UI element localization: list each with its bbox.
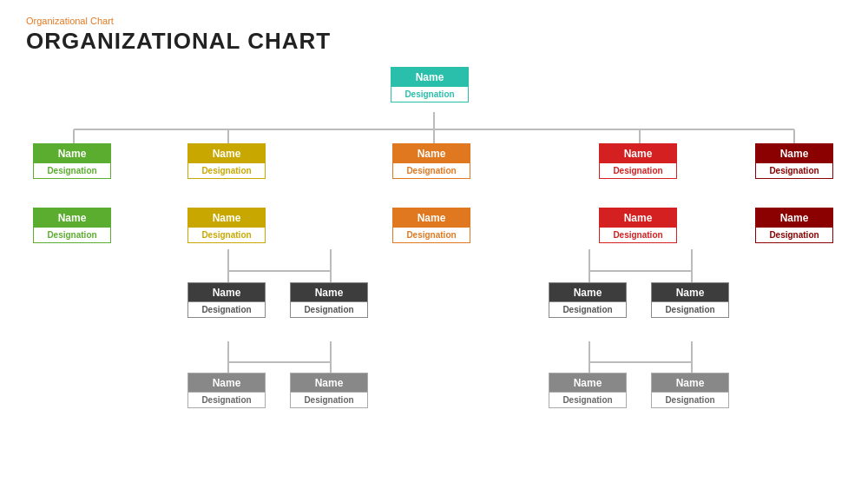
- root-node: Name Designation: [391, 67, 469, 102]
- l1-0-desig: Designation: [34, 162, 110, 178]
- l2-node-2: Name Designation: [392, 208, 470, 243]
- l3-0-name: Name: [188, 283, 265, 301]
- l3-node-1: Name Designation: [290, 282, 368, 318]
- l2-node-0: Name Designation: [33, 208, 111, 243]
- l4-2-name: Name: [549, 373, 626, 392]
- l1-node-4: Name Designation: [755, 143, 833, 179]
- l2-node-3: Name Designation: [599, 208, 677, 243]
- l2-2-name: Name: [393, 208, 470, 227]
- l4-node-2: Name Designation: [549, 373, 627, 408]
- l4-node-0: Name Designation: [187, 373, 266, 408]
- l1-1-desig: Designation: [188, 162, 265, 178]
- l3-0-desig: Designation: [188, 301, 265, 317]
- l1-4-desig: Designation: [756, 162, 832, 178]
- l3-node-2: Name Designation: [549, 282, 627, 318]
- l1-node-2: Name Designation: [392, 143, 470, 179]
- l1-1-name: Name: [188, 144, 265, 162]
- l3-node-3: Name Designation: [651, 282, 729, 318]
- l3-2-desig: Designation: [549, 301, 626, 317]
- l1-4-name: Name: [756, 144, 832, 162]
- l2-3-name: Name: [600, 208, 676, 227]
- l2-0-desig: Designation: [34, 227, 110, 242]
- l2-1-desig: Designation: [188, 227, 265, 242]
- l2-3-desig: Designation: [600, 227, 676, 242]
- l3-1-name: Name: [291, 283, 367, 301]
- root-name: Name: [391, 68, 468, 86]
- l2-node-1: Name Designation: [187, 208, 266, 243]
- l1-node-0: Name Designation: [33, 143, 111, 179]
- root-card: Name Designation: [391, 67, 469, 102]
- l4-node-1: Name Designation: [290, 373, 368, 408]
- l3-2-name: Name: [549, 283, 626, 301]
- l4-1-name: Name: [291, 373, 367, 392]
- l4-0-desig: Designation: [188, 392, 265, 407]
- subtitle: Organizational Chart: [26, 16, 842, 26]
- page: Organizational Chart ORGANIZATIONAL CHAR…: [0, 0, 868, 489]
- root-desig: Designation: [391, 86, 468, 102]
- l3-3-name: Name: [652, 283, 728, 301]
- l4-2-desig: Designation: [549, 392, 626, 407]
- org-chart: Name Designation Name Designation Name D…: [26, 67, 842, 458]
- l4-1-desig: Designation: [291, 392, 367, 407]
- l3-3-desig: Designation: [652, 301, 728, 317]
- l2-1-name: Name: [188, 208, 265, 227]
- l1-node-3: Name Designation: [599, 143, 677, 179]
- l4-3-desig: Designation: [652, 392, 728, 407]
- l1-3-name: Name: [600, 144, 676, 162]
- l2-node-4: Name Designation: [755, 208, 833, 243]
- l4-3-name: Name: [652, 373, 728, 392]
- l2-4-desig: Designation: [756, 227, 832, 242]
- l1-node-1: Name Designation: [187, 143, 266, 179]
- page-title: ORGANIZATIONAL CHART: [26, 28, 842, 55]
- l1-2-name: Name: [393, 144, 470, 162]
- l2-4-name: Name: [756, 208, 832, 227]
- l4-node-3: Name Designation: [651, 373, 729, 408]
- l2-2-desig: Designation: [393, 227, 470, 242]
- l4-0-name: Name: [188, 373, 265, 392]
- l1-3-desig: Designation: [600, 162, 676, 178]
- l3-node-0: Name Designation: [187, 282, 266, 318]
- l1-0-name: Name: [34, 144, 110, 162]
- l2-0-name: Name: [34, 208, 110, 227]
- l1-2-desig: Designation: [393, 162, 470, 178]
- l3-1-desig: Designation: [291, 301, 367, 317]
